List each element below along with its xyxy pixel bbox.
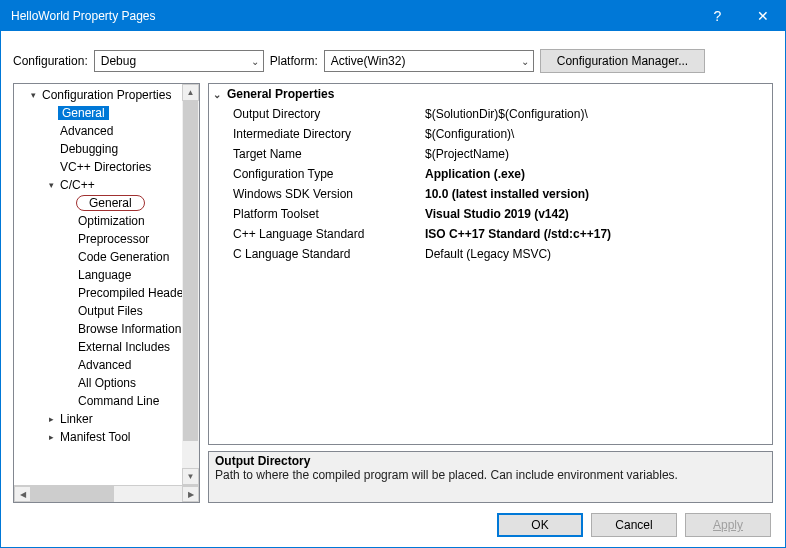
tree-item[interactable]: Command Line <box>14 392 199 410</box>
tree-item-label: All Options <box>76 376 138 390</box>
tree-item-label: Command Line <box>76 394 161 408</box>
tree-item-label: Language <box>76 268 133 282</box>
property-row[interactable]: Intermediate Directory$(Configuration)\ <box>209 124 772 144</box>
tree-item[interactable]: ▾Configuration Properties <box>14 86 199 104</box>
scroll-thumb[interactable] <box>183 101 198 441</box>
property-name: Output Directory <box>209 107 425 121</box>
property-name: Configuration Type <box>209 167 425 181</box>
tree-item[interactable]: Browse Information <box>14 320 199 338</box>
tree-item[interactable]: ▸Manifest Tool <box>14 428 199 446</box>
property-row[interactable]: Configuration TypeApplication (.exe) <box>209 164 772 184</box>
platform-value: Active(Win32) <box>331 54 406 68</box>
chevron-down-icon: ▾ <box>44 180 58 190</box>
scroll-left-icon[interactable]: ◀ <box>14 486 31 502</box>
description-title: Output Directory <box>215 454 766 468</box>
configuration-manager-button[interactable]: Configuration Manager... <box>540 49 705 73</box>
property-row[interactable]: C++ Language StandardISO C++17 Standard … <box>209 224 772 244</box>
tree-item[interactable]: VC++ Directories <box>14 158 199 176</box>
property-name: Intermediate Directory <box>209 127 425 141</box>
tree-item-label: Manifest Tool <box>58 430 132 444</box>
tree-item-label: Output Files <box>76 304 145 318</box>
tree-item[interactable]: External Includes <box>14 338 199 356</box>
tree-item[interactable]: Preprocessor <box>14 230 199 248</box>
tree-item[interactable]: Advanced <box>14 122 199 140</box>
property-value[interactable]: Visual Studio 2019 (v142) <box>425 207 772 221</box>
tree-item-label: Preprocessor <box>76 232 151 246</box>
chevron-down-icon: ⌄ <box>251 56 259 67</box>
titlebar: HelloWorld Property Pages ? ✕ <box>1 1 785 31</box>
close-button[interactable]: ✕ <box>740 1 785 31</box>
dialog-buttons: OK Cancel Apply <box>1 503 785 547</box>
tree-item[interactable]: Code Generation <box>14 248 199 266</box>
property-row[interactable]: C Language StandardDefault (Legacy MSVC) <box>209 244 772 264</box>
description-text: Path to where the compiled program will … <box>215 468 766 482</box>
property-name: C Language Standard <box>209 247 425 261</box>
tree-item[interactable]: ▾C/C++ <box>14 176 199 194</box>
property-grid: ⌄ General Properties Output Directory$(S… <box>208 83 773 445</box>
tree-item[interactable]: All Options <box>14 374 199 392</box>
scroll-down-icon[interactable]: ▼ <box>182 468 199 485</box>
tree-item[interactable]: Language <box>14 266 199 284</box>
tree-item-label: General <box>76 195 145 211</box>
cancel-button[interactable]: Cancel <box>591 513 677 537</box>
configuration-label: Configuration: <box>13 54 88 68</box>
property-row[interactable]: Platform ToolsetVisual Studio 2019 (v142… <box>209 204 772 224</box>
property-name: Platform Toolset <box>209 207 425 221</box>
tree-item-label: General <box>58 106 109 120</box>
chevron-down-icon: ⌄ <box>521 56 529 67</box>
property-value[interactable]: Application (.exe) <box>425 167 772 181</box>
tree-item-label: Debugging <box>58 142 120 156</box>
tree-item-label: Optimization <box>76 214 147 228</box>
scroll-hthumb[interactable] <box>31 486 114 502</box>
property-row[interactable]: Output Directory$(SolutionDir)$(Configur… <box>209 104 772 124</box>
property-value[interactable]: ISO C++17 Standard (/std:c++17) <box>425 227 772 241</box>
configuration-value: Debug <box>101 54 136 68</box>
tree-item[interactable]: Optimization <box>14 212 199 230</box>
tree-item-label: External Includes <box>76 340 172 354</box>
chevron-right-icon: ▸ <box>44 432 58 442</box>
chevron-right-icon: ▸ <box>44 414 58 424</box>
tree-item-label: VC++ Directories <box>58 160 153 174</box>
apply-button: Apply <box>685 513 771 537</box>
tree-item[interactable]: Output Files <box>14 302 199 320</box>
tree-item-label: Precompiled Headers <box>76 286 195 300</box>
tree-item-label: Configuration Properties <box>40 88 173 102</box>
tree-item-label: Browse Information <box>76 322 183 336</box>
tree-item-label: Advanced <box>76 358 133 372</box>
property-value[interactable]: $(Configuration)\ <box>425 127 772 141</box>
tree-hscrollbar[interactable]: ◀ ▶ <box>14 485 199 502</box>
tree-item[interactable]: Advanced <box>14 356 199 374</box>
property-row[interactable]: Target Name$(ProjectName) <box>209 144 772 164</box>
property-value[interactable]: $(SolutionDir)$(Configuration)\ <box>425 107 772 121</box>
scroll-right-icon[interactable]: ▶ <box>182 486 199 502</box>
tree-item[interactable]: General <box>14 194 199 212</box>
property-value[interactable]: Default (Legacy MSVC) <box>425 247 772 261</box>
tree-item-label: Advanced <box>58 124 115 138</box>
property-group-header[interactable]: ⌄ General Properties <box>209 84 772 104</box>
platform-combo[interactable]: Active(Win32) ⌄ <box>324 50 534 72</box>
configuration-combo[interactable]: Debug ⌄ <box>94 50 264 72</box>
tree-item-label: Code Generation <box>76 250 171 264</box>
property-name: Target Name <box>209 147 425 161</box>
scroll-up-icon[interactable]: ▲ <box>182 84 199 101</box>
property-name: Windows SDK Version <box>209 187 425 201</box>
tree-vscrollbar[interactable]: ▲ ▼ <box>182 84 199 485</box>
tree-item[interactable]: General <box>14 104 199 122</box>
tree-item[interactable]: ▸Linker <box>14 410 199 428</box>
property-name: C++ Language Standard <box>209 227 425 241</box>
tree-item[interactable]: Precompiled Headers <box>14 284 199 302</box>
help-button[interactable]: ? <box>695 1 740 31</box>
property-value[interactable]: $(ProjectName) <box>425 147 772 161</box>
window-title: HelloWorld Property Pages <box>11 9 695 23</box>
chevron-down-icon: ⌄ <box>213 89 221 100</box>
property-group-title: General Properties <box>227 87 334 101</box>
ok-button[interactable]: OK <box>497 513 583 537</box>
nav-tree: ▾Configuration PropertiesGeneralAdvanced… <box>13 83 200 503</box>
tree-item-label: Linker <box>58 412 95 426</box>
config-row: Configuration: Debug ⌄ Platform: Active(… <box>1 31 785 83</box>
tree-item[interactable]: Debugging <box>14 140 199 158</box>
tree-item-label: C/C++ <box>58 178 97 192</box>
platform-label: Platform: <box>270 54 318 68</box>
property-value[interactable]: 10.0 (latest installed version) <box>425 187 772 201</box>
property-row[interactable]: Windows SDK Version10.0 (latest installe… <box>209 184 772 204</box>
